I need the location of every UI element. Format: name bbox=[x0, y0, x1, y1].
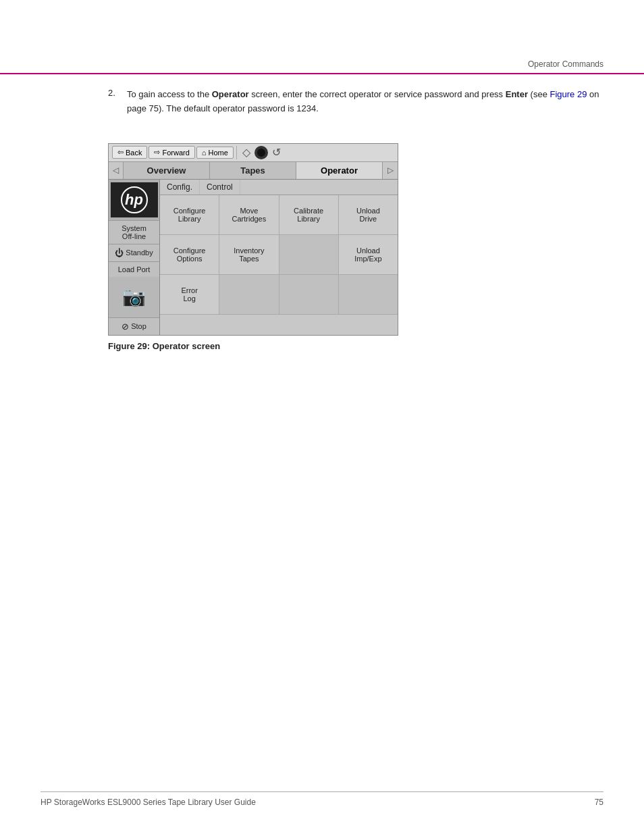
top-rule bbox=[0, 73, 644, 74]
footer: HP StorageWorks ESL9000 Series Tape Libr… bbox=[41, 791, 603, 807]
divider-1 bbox=[236, 146, 237, 159]
hp-logo-text: hp bbox=[121, 186, 148, 213]
standby-button[interactable]: ⏻ Standby bbox=[109, 244, 159, 261]
home-label: Home bbox=[208, 149, 227, 157]
unload-drive-button[interactable]: Unload Drive bbox=[339, 195, 398, 234]
back-label: Back bbox=[126, 149, 142, 157]
config-label: Config. bbox=[160, 180, 200, 194]
inventory-tapes-button[interactable]: Inventory Tapes bbox=[219, 235, 279, 274]
calibrate-library-button[interactable]: Calibrate Library bbox=[279, 195, 339, 234]
control-label: Control bbox=[200, 180, 240, 194]
system-offline-button[interactable]: System Off-line bbox=[109, 220, 159, 244]
tab-tapes[interactable]: Tapes bbox=[210, 162, 296, 179]
empty-cell-3-3 bbox=[279, 275, 339, 314]
back-icon: ⇦ bbox=[117, 148, 124, 157]
rotate-icon: ↺ bbox=[269, 146, 284, 159]
unload-imp-exp-button[interactable]: Unload Imp/Exp bbox=[339, 235, 398, 274]
figure-caption-text: Figure 29: Operator screen bbox=[108, 341, 220, 351]
configure-options-button[interactable]: Configure Options bbox=[160, 235, 219, 274]
section-header: Config. Control bbox=[160, 180, 398, 195]
standby-icon: ⏻ bbox=[115, 248, 124, 258]
op-sidebar: hp System Off-line ⏻ Standby Load Port 📷… bbox=[109, 180, 160, 335]
bold-enter: Enter bbox=[506, 89, 528, 99]
nav-next-arrow[interactable]: ▷ bbox=[383, 162, 398, 179]
camera-area: 📷 bbox=[109, 277, 159, 317]
bell-icon: ◇ bbox=[240, 146, 253, 159]
error-log-button[interactable]: Error Log bbox=[160, 275, 219, 314]
load-port-button[interactable]: Load Port bbox=[109, 261, 159, 277]
list-number: 2. bbox=[108, 88, 119, 131]
figure-wrap: ⇦ Back ⇨ Forward ⌂ Home ◇ ↺ bbox=[108, 143, 603, 351]
forward-button[interactable]: ⇨ Forward bbox=[149, 146, 194, 159]
topbar: ⇦ Back ⇨ Forward ⌂ Home ◇ ↺ bbox=[109, 144, 398, 162]
footer-left: HP StorageWorks ESL9000 Series Tape Libr… bbox=[41, 798, 256, 807]
forward-icon: ⇨ bbox=[154, 148, 160, 157]
stop-label: Stop bbox=[131, 322, 146, 330]
figure-caption: Figure 29: Operator screen bbox=[108, 341, 603, 351]
empty-cell-3-2 bbox=[219, 275, 279, 314]
tab-overview[interactable]: Overview bbox=[124, 162, 210, 179]
home-icon: ⌂ bbox=[202, 149, 207, 157]
power-circle-icon bbox=[254, 146, 268, 159]
operator-screen: ⇦ Back ⇨ Forward ⌂ Home ◇ ↺ bbox=[108, 143, 398, 336]
move-cartridges-button[interactable]: Move Cartridges bbox=[219, 195, 279, 234]
configure-library-button[interactable]: Configure Library bbox=[160, 195, 219, 234]
nav-prev-arrow[interactable]: ◁ bbox=[109, 162, 124, 179]
back-button[interactable]: ⇦ Back bbox=[112, 146, 147, 159]
para-wrapper: 2. To gain access to the Operator screen… bbox=[108, 88, 603, 131]
figure-link[interactable]: Figure 29 bbox=[549, 89, 587, 99]
para-text-3: (see bbox=[528, 89, 550, 99]
chapter-header: Operator Commands bbox=[528, 59, 603, 69]
para-text-1: To gain access to the bbox=[127, 89, 212, 99]
forward-label: Forward bbox=[162, 149, 189, 157]
grid-row-3: Error Log bbox=[160, 275, 398, 315]
camera-icon: 📷 bbox=[122, 286, 146, 308]
intro-paragraph: To gain access to the Operator screen, e… bbox=[127, 88, 603, 116]
stop-icon: ⊘ bbox=[122, 321, 129, 332]
grid-row-1: Configure Library Move Cartridges Calibr… bbox=[160, 195, 398, 235]
empty-cell-3-4 bbox=[339, 275, 398, 314]
grid-row-2: Configure Options Inventory Tapes Unload… bbox=[160, 235, 398, 275]
op-panel: Config. Control Configure Library Move C… bbox=[160, 180, 398, 335]
main-content: 2. To gain access to the Operator screen… bbox=[108, 88, 603, 365]
empty-cell-2-3 bbox=[279, 235, 339, 274]
footer-page-number: 75 bbox=[595, 798, 603, 807]
tab-operator[interactable]: Operator bbox=[296, 162, 383, 179]
nav-tabs: ◁ Overview Tapes Operator ▷ bbox=[109, 162, 398, 180]
stop-button[interactable]: ⊘ Stop bbox=[109, 317, 159, 335]
standby-label: Standby bbox=[126, 249, 153, 257]
op-body: hp System Off-line ⏻ Standby Load Port 📷… bbox=[109, 180, 398, 335]
bold-operator: Operator bbox=[212, 89, 249, 99]
para-text-2: screen, enter the correct operator or se… bbox=[249, 89, 506, 99]
home-button[interactable]: ⌂ Home bbox=[196, 147, 234, 159]
hp-logo: hp bbox=[111, 182, 158, 217]
